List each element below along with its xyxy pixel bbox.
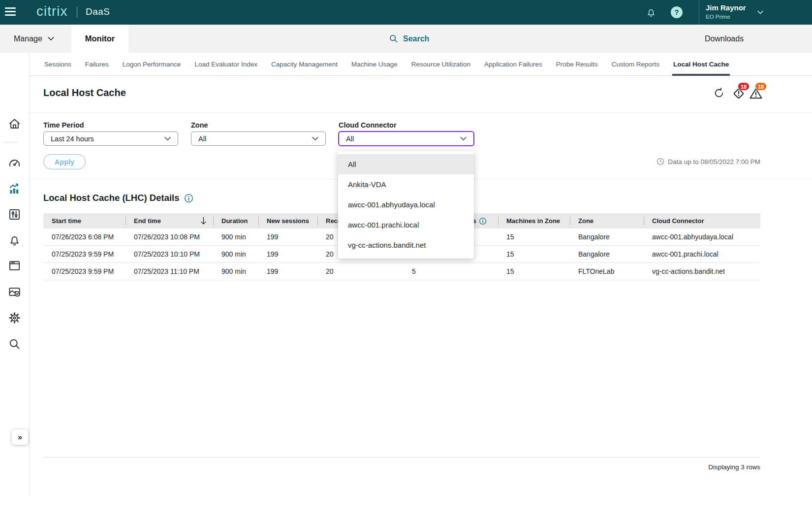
filters-icon[interactable] <box>8 208 21 221</box>
error-count-badge: 18 <box>738 82 750 91</box>
top-bar: citrix DaaS ? Jim Raynor EO Prime <box>0 0 812 25</box>
cell-duration: 900 min <box>213 233 258 241</box>
brand-divider <box>77 7 77 18</box>
sort-descending-icon <box>200 216 207 226</box>
product-name: DaaS <box>86 6 110 17</box>
dropdown-option-bandit[interactable]: vg-cc-actions.bandit.net <box>338 235 474 255</box>
citrix-daas-monitor-app: citrix DaaS ? Jim Raynor EO Prime Manage… <box>0 0 812 523</box>
user-menu[interactable]: Jim Raynor <box>706 3 746 12</box>
table-row: 07/25/2023 9:59 PM 07/25/2023 11:10 PM 9… <box>43 263 760 280</box>
help-icon[interactable]: ? <box>671 6 683 18</box>
cell-end-time: 07/25/2023 10:10 PM <box>125 250 213 258</box>
cell-start-time: 07/25/2023 9:59 PM <box>43 250 125 258</box>
col-start-time[interactable]: Start time <box>43 213 125 229</box>
menu-bar: Manage Monitor Search Downloads <box>0 25 812 53</box>
tab-sessions[interactable]: Sessions <box>44 53 71 76</box>
search-icon <box>388 33 399 44</box>
tab-capacity-management[interactable]: Capacity Management <box>271 53 338 76</box>
cell-new-sessions: 199 <box>258 250 317 258</box>
zone-label: Zone <box>191 121 208 129</box>
table-bottom-border <box>43 457 760 458</box>
cell-start-time: 07/25/2023 9:59 PM <box>43 267 125 275</box>
cloud-connector-select[interactable]: All <box>338 131 474 146</box>
cell-end-time: 07/26/2023 10:08 PM <box>125 233 213 241</box>
tab-probe-results[interactable]: Probe Results <box>556 53 598 76</box>
chevron-down-icon <box>163 134 172 143</box>
expand-sidebar-button[interactable]: » <box>12 429 28 445</box>
data-freshness-text: Data up to 08/05/2022 7:00 PM <box>668 158 760 165</box>
dashboard-gauge-icon[interactable] <box>8 157 21 170</box>
tab-machine-usage[interactable]: Machine Usage <box>351 53 398 76</box>
dropdown-option-all[interactable]: All <box>338 154 474 174</box>
cell-zone: Bangalore <box>570 250 644 258</box>
data-freshness: Data up to 08/05/2022 7:00 PM <box>656 158 760 165</box>
global-search[interactable]: Search <box>388 25 429 53</box>
lhc-details-heading: Local Host Cache (LHC) Details <box>43 193 193 203</box>
col-cloud-connector[interactable]: Cloud Connector <box>644 213 760 229</box>
tab-resource-utilization[interactable]: Resource Utilization <box>411 53 470 76</box>
cell-machines-in-zone: 15 <box>498 233 570 241</box>
cell-start-time: 07/26/2023 6:08 PM <box>43 233 125 241</box>
home-icon[interactable] <box>8 117 21 131</box>
warning-summary-button[interactable]: 10 <box>749 86 763 101</box>
alerts-bell-icon[interactable] <box>8 233 21 247</box>
error-summary-button[interactable]: 18 <box>731 86 746 101</box>
col-machines-in-zone[interactable]: Machines in Zone <box>498 213 570 229</box>
dropdown-option-ankita-vda[interactable]: Ankita-VDA <box>338 174 474 195</box>
downloads-link[interactable]: Downloads <box>705 25 744 53</box>
clock-icon <box>656 158 664 165</box>
applications-icon[interactable] <box>8 259 21 272</box>
warning-count-badge: 10 <box>755 82 767 91</box>
tab-custom-reports[interactable]: Custom Reports <box>612 53 660 76</box>
citrix-logo: citrix <box>36 3 68 19</box>
cloud-connector-dropdown: All Ankita-VDA awcc-001.abhyudaya.local … <box>338 151 474 259</box>
info-icon[interactable] <box>184 194 193 203</box>
col-new-sessions[interactable]: New sessions <box>258 213 317 229</box>
tab-application-failures[interactable]: Application Failures <box>484 53 542 76</box>
filter-section-divider <box>30 112 812 113</box>
col-zone[interactable]: Zone <box>570 213 644 229</box>
row-count-status: Displaying 3 rows <box>708 463 760 471</box>
page-title: Local Host Cache <box>43 87 126 98</box>
time-period-select[interactable]: Last 24 hours <box>43 131 178 146</box>
time-period-value: Last 24 hours <box>51 135 94 143</box>
monitor-tab-row: Sessions Failures Logon Performance Load… <box>44 53 729 76</box>
notifications-bell-icon[interactable] <box>646 7 656 18</box>
hamburger-menu-icon[interactable] <box>5 7 17 17</box>
chevron-down-icon[interactable] <box>756 8 764 16</box>
cell-cloud-connector: vg-cc-actions.bandit.net <box>644 267 760 275</box>
dropdown-option-prachi[interactable]: awcc-001.prachi.local <box>338 215 474 235</box>
cell-duration: 900 min <box>213 267 258 275</box>
cell-reconnected-sessions: 20 <box>317 267 404 275</box>
user-org: EO Prime <box>706 14 730 20</box>
chevron-down-icon <box>47 34 55 43</box>
search-nav-icon[interactable] <box>8 337 21 351</box>
cell-machines-in-zone: 15 <box>498 250 570 258</box>
cell-machines-in-zone: 15 <box>498 267 570 275</box>
chevron-down-icon <box>459 134 468 143</box>
cloud-connector-value: All <box>346 135 354 143</box>
tab-load-evaluator-index[interactable]: Load Evaluator Index <box>194 53 257 76</box>
info-icon[interactable] <box>479 217 487 225</box>
topbar-divider <box>699 0 699 25</box>
probes-icon[interactable] <box>8 285 21 298</box>
zone-select[interactable]: All <box>191 131 326 146</box>
cell-zone: FLTOneLab <box>570 267 644 275</box>
monitor-tab[interactable]: Monitor <box>71 25 128 53</box>
zone-value: All <box>198 135 206 143</box>
cell-zone: Bangalore <box>570 233 644 241</box>
settings-gear-icon[interactable] <box>8 311 21 325</box>
cell-end-time: 07/25/2023 11:10 PM <box>125 267 213 275</box>
tab-failures[interactable]: Failures <box>85 53 109 76</box>
trends-icon[interactable] <box>8 182 21 196</box>
col-end-time[interactable]: End time <box>125 213 213 229</box>
tab-logon-performance[interactable]: Logon Performance <box>123 53 181 76</box>
manage-menu[interactable]: Manage <box>14 25 55 53</box>
tab-local-host-cache[interactable]: Local Host Cache <box>673 53 729 76</box>
cell-registered-machines: 5 <box>404 267 498 275</box>
dropdown-option-abhyudaya[interactable]: awcc-001.abhyudaya.local <box>338 195 474 215</box>
col-duration[interactable]: Duration <box>213 213 258 229</box>
refresh-icon[interactable] <box>713 87 725 99</box>
cell-duration: 900 min <box>213 250 258 258</box>
apply-button[interactable]: Apply <box>43 154 86 169</box>
